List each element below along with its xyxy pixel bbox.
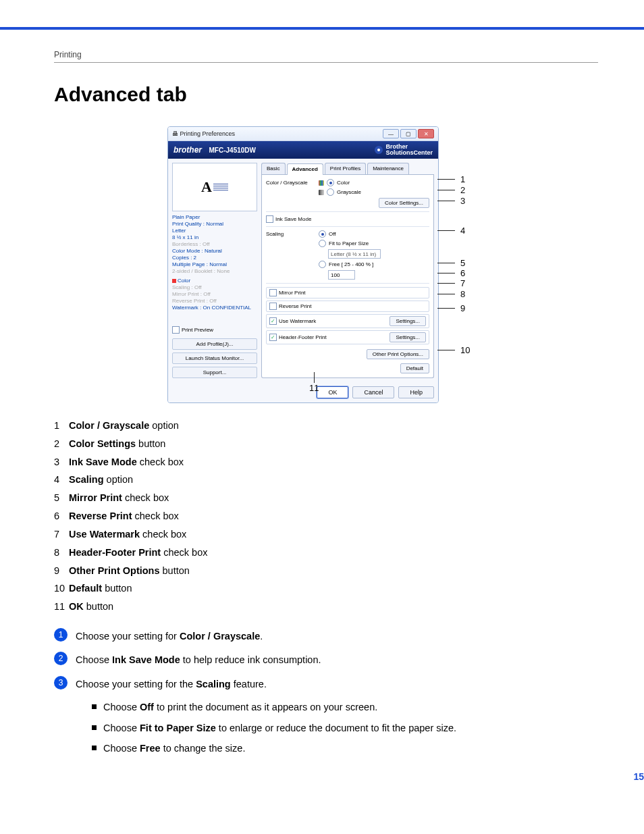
callout-7: 7	[460, 278, 465, 288]
callout-4: 4	[460, 226, 465, 236]
step-1-badge-icon: 1	[54, 628, 68, 642]
color-grayscale-label: Color / Grayscale	[266, 179, 315, 186]
window-close-button[interactable]: ✕	[418, 129, 434, 138]
brand-bar: brother MFC-J4510DW Brother SolutionsCen…	[168, 141, 438, 159]
right-settings-panel: Basic Advanced Print Profiles Maintenanc…	[261, 163, 434, 378]
legend-item: 4Scaling option	[54, 471, 598, 489]
tab-strip: Basic Advanced Print Profiles Maintenanc…	[261, 163, 434, 175]
screenshot: 🖶 Printing Preferences — ▢ ✕ brother MFC…	[167, 126, 485, 403]
legend-item: 3Ink Save Mode check box	[54, 453, 598, 471]
scaling-free-radio[interactable]	[319, 261, 326, 268]
print-preview-checkbox[interactable]	[172, 326, 180, 334]
dialog-window: 🖶 Printing Preferences — ▢ ✕ brother MFC…	[167, 126, 439, 403]
other-print-options-button[interactable]: Other Print Options...	[367, 349, 429, 359]
grayscale-radio[interactable]	[327, 188, 334, 196]
support-button[interactable]: Support...	[172, 367, 257, 378]
steps: 1 Choose your setting for Color / Graysc…	[54, 628, 598, 756]
step-3-badge-icon: 3	[54, 676, 68, 689]
solutions-icon	[373, 145, 385, 156]
legend-item: 2Color Settings button	[54, 435, 598, 453]
left-summary-panel: A Plain Paper Print Quality : Normal Let…	[172, 163, 257, 378]
window-title: 🖶 Printing Preferences	[172, 130, 235, 137]
callout-10: 10	[460, 345, 470, 355]
bullet-icon	[92, 725, 97, 730]
callout-1: 1	[460, 174, 465, 184]
default-button[interactable]: Default	[400, 363, 429, 373]
bullet-icon	[92, 704, 97, 709]
window-max-button[interactable]: ▢	[400, 129, 417, 138]
scaling-fit-radio[interactable]	[319, 240, 326, 247]
breadcrumb: Printing	[54, 50, 598, 59]
reverse-print-checkbox[interactable]	[269, 303, 277, 310]
tab-print-profiles[interactable]: Print Profiles	[325, 163, 366, 174]
brand-model: MFC-J4510DW	[209, 147, 256, 154]
callout-6: 6	[460, 268, 465, 278]
page-preview: A	[172, 163, 257, 211]
page-number: 15	[633, 771, 644, 782]
tab-maintenance[interactable]: Maintenance	[367, 163, 409, 174]
page-title: Advanced tab	[54, 83, 598, 106]
legend-list: 1Color / Grayscale option2Color Settings…	[54, 417, 598, 616]
legend-item: 1Color / Grayscale option	[54, 417, 598, 435]
window-titlebar[interactable]: 🖶 Printing Preferences — ▢ ✕	[168, 127, 438, 141]
legend-item: 6Reverse Print check box	[54, 507, 598, 525]
legend-item: 10Default button	[54, 579, 598, 598]
legend-item: 8Header-Footer Print check box	[54, 544, 598, 562]
color-swatch-icon	[319, 180, 324, 186]
legend-item: 9Other Print Options button	[54, 562, 598, 580]
legend-item: 7Use Watermark check box	[54, 525, 598, 544]
watermark-settings-button[interactable]: Settings...	[390, 316, 426, 326]
callout-8: 8	[460, 289, 465, 299]
headerfooter-settings-button[interactable]: Settings...	[390, 332, 426, 342]
bullet-icon	[92, 746, 97, 750]
cancel-button[interactable]: Cancel	[352, 386, 394, 398]
brand-logo: brother	[173, 145, 202, 155]
legend-item: 5Mirror Print check box	[54, 489, 598, 507]
callout-3: 3	[460, 196, 465, 206]
color-radio[interactable]	[327, 179, 334, 186]
launch-status-button[interactable]: Launch Status Monitor...	[172, 353, 257, 364]
window-min-button[interactable]: —	[383, 129, 399, 138]
solutions-center-link[interactable]: Brother SolutionsCenter	[375, 144, 433, 156]
step-2-badge-icon: 2	[54, 652, 68, 665]
callout-9: 9	[460, 303, 465, 313]
scaling-off-radio[interactable]	[319, 230, 326, 238]
ok-button[interactable]: OK	[317, 386, 348, 398]
grayscale-swatch-icon	[319, 190, 324, 195]
scaling-label: Scaling	[266, 230, 315, 237]
settings-summary: Plain Paper Print Quality : Normal Lette…	[172, 214, 257, 311]
header-footer-checkbox[interactable]	[269, 334, 277, 341]
mirror-print-checkbox[interactable]	[269, 289, 277, 296]
use-watermark-checkbox[interactable]	[269, 317, 277, 325]
tab-advanced[interactable]: Advanced	[287, 163, 323, 175]
help-button[interactable]: Help	[398, 386, 434, 398]
dialog-button-bar: OK Cancel Help	[168, 382, 438, 402]
callout-5: 5	[460, 258, 465, 268]
ink-save-checkbox[interactable]	[266, 215, 273, 223]
add-profile-button[interactable]: Add Profile(J)...	[172, 338, 257, 350]
callout-2: 2	[460, 185, 465, 195]
fit-size-dropdown[interactable]	[328, 249, 381, 259]
callout-11: 11	[309, 383, 319, 393]
tab-basic[interactable]: Basic	[261, 163, 286, 174]
legend-item: 11OK button	[54, 598, 598, 616]
color-settings-button[interactable]: Color Settings...	[379, 198, 429, 208]
free-percent-spinner[interactable]: 100	[328, 270, 355, 280]
